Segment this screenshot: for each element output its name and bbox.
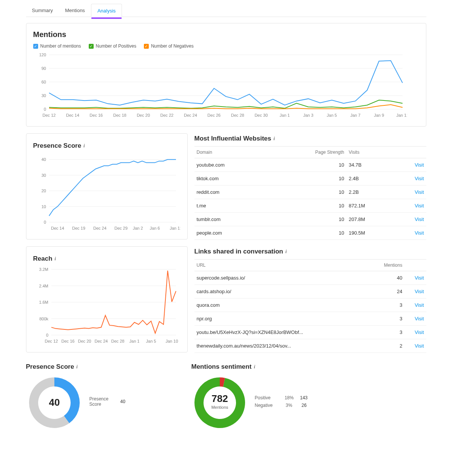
table-row: quora.com3Visit [194, 298, 426, 312]
visit-link[interactable]: Visit [415, 176, 424, 181]
sentiment-positive-row: Positive 18% 143 [255, 395, 308, 400]
svg-text:782: 782 [211, 393, 228, 404]
svg-text:Dec 29: Dec 29 [114, 226, 127, 230]
svg-text:3.2M: 3.2M [39, 267, 48, 272]
svg-text:60: 60 [41, 80, 46, 84]
info-icon[interactable]: i [254, 364, 255, 370]
svg-text:Dec 28: Dec 28 [111, 339, 124, 343]
presence-panel: Presence Score i 010203040Dec 14Dec 19De… [26, 133, 188, 240]
visit-link[interactable]: Visit [415, 162, 424, 168]
info-icon[interactable]: i [76, 364, 78, 370]
svg-text:Dec 26: Dec 26 [207, 113, 221, 117]
sentiment-donut-panel: Mentions sentiment i 782Mentions Positiv… [191, 362, 426, 431]
table-row: youtube.com1034.7BVisit [194, 158, 426, 172]
websites-panel: Most Influential Websites i Domain Page … [194, 133, 426, 240]
svg-text:10: 10 [41, 204, 46, 209]
svg-text:Dec 24: Dec 24 [184, 113, 197, 117]
visit-link[interactable]: Visit [415, 302, 424, 308]
svg-text:Dec 14: Dec 14 [66, 113, 79, 117]
col-mentions: Mentions [369, 260, 404, 271]
col-ps: Page Strength [269, 147, 346, 158]
websites-table: Domain Page Strength Visits youtube.com1… [194, 146, 426, 240]
visit-link[interactable]: Visit [415, 275, 424, 281]
svg-text:Jan 5: Jan 5 [146, 339, 156, 343]
mentions-chart: 0306090120Dec 12Dec 14Dec 16Dec 18Dec 20… [33, 52, 407, 120]
svg-text:Dec 19: Dec 19 [72, 226, 85, 230]
visit-link[interactable]: Visit [415, 189, 424, 195]
table-row: youtu.be/U5XeHvzX-JQ?si=XZN4E8JorBWObf..… [194, 326, 426, 339]
visit-link[interactable]: Visit [415, 216, 424, 222]
presence-donut-legend: Presence Score 40 [89, 396, 142, 407]
table-row: tumblr.com10207.8MVisit [194, 213, 426, 226]
table-row: supercode.sellpass.io/40Visit [194, 271, 426, 285]
sentiment-title: Mentions sentiment [191, 363, 252, 371]
svg-text:0: 0 [43, 107, 46, 111]
visit-link[interactable]: Visit [415, 203, 424, 209]
svg-text:800k: 800k [39, 317, 48, 321]
tab-summary[interactable]: Summary [26, 4, 59, 17]
reach-title: Reach [33, 255, 52, 263]
reach-chart: 0800k1.6M2.4M3.2MDec 12Dec 16Dec 20Dec 2… [33, 266, 180, 346]
websites-title: Most Influential Websites [194, 135, 272, 142]
col-domain: Domain [194, 147, 270, 158]
svg-text:Jan 11: Jan 11 [170, 226, 180, 230]
mentions-title: Mentions [33, 30, 419, 39]
mentions-legend: ✓ Number of mentions ✓ Number of Positiv… [33, 43, 419, 49]
presence-title: Presence Score [33, 142, 82, 150]
svg-text:30: 30 [41, 93, 46, 98]
svg-text:Dec 28: Dec 28 [231, 113, 244, 117]
presence-chart: 010203040Dec 14Dec 19Dec 24Dec 29Jan 2Ja… [33, 153, 180, 233]
legend-item-mentions[interactable]: ✓ Number of mentions [33, 43, 81, 49]
svg-text:Jan 5: Jan 5 [327, 113, 337, 117]
tab-analysis[interactable]: Analysis [91, 4, 122, 17]
info-icon[interactable]: i [273, 136, 275, 142]
svg-text:Jan 11: Jan 11 [396, 113, 407, 117]
col-visits: Visits [347, 147, 395, 158]
info-icon[interactable]: i [285, 249, 287, 255]
svg-text:0: 0 [46, 333, 48, 337]
svg-text:90: 90 [41, 66, 46, 71]
svg-text:1.6M: 1.6M [39, 300, 48, 304]
info-icon[interactable]: i [83, 143, 85, 149]
visit-link[interactable]: Visit [415, 329, 424, 335]
visit-link[interactable]: Visit [415, 343, 424, 349]
visit-link[interactable]: Visit [415, 289, 424, 294]
legend-item-negatives[interactable]: ✓ Number of Negatives [144, 43, 194, 49]
presence-donut-panel: Presence Score i 40 Presence Score 40 [26, 362, 185, 431]
table-row: npr.org3Visit [194, 312, 426, 326]
tabs: Summary Mentions Analysis [26, 4, 426, 17]
checkbox-icon: ✓ [144, 44, 149, 49]
table-row: cards.atshop.io/24Visit [194, 285, 426, 298]
svg-text:Dec 12: Dec 12 [45, 339, 58, 343]
visit-link[interactable]: Visit [415, 316, 424, 321]
svg-text:Dec 30: Dec 30 [255, 113, 268, 117]
svg-text:Jan 3: Jan 3 [303, 113, 313, 117]
mentions-panel: Mentions ✓ Number of mentions ✓ Number o… [26, 23, 426, 127]
svg-text:Jan 6: Jan 6 [150, 226, 160, 230]
table-row: thenewdaily.com.au/news/2023/12/04/sov..… [194, 339, 426, 353]
svg-text:Dec 16: Dec 16 [89, 113, 103, 117]
svg-text:0: 0 [43, 220, 46, 224]
presence-donut-title: Presence Score [26, 363, 74, 371]
svg-text:Jan 10: Jan 10 [165, 339, 178, 343]
svg-text:2.4M: 2.4M [39, 284, 48, 288]
info-icon[interactable]: i [55, 256, 56, 262]
table-row: people.com10190.5MVisit [194, 226, 426, 240]
svg-text:Dec 24: Dec 24 [93, 226, 106, 230]
svg-text:30: 30 [41, 173, 46, 178]
svg-text:Dec 22: Dec 22 [160, 113, 173, 117]
svg-text:Jan 1: Jan 1 [129, 339, 139, 343]
tab-mentions[interactable]: Mentions [59, 4, 91, 17]
svg-text:40: 40 [49, 397, 60, 408]
visit-link[interactable]: Visit [415, 230, 424, 236]
table-row: tiktok.com102.4BVisit [194, 172, 426, 185]
svg-text:Dec 12: Dec 12 [42, 113, 56, 117]
svg-text:20: 20 [41, 189, 46, 193]
links-title: Links shared in conversation [194, 248, 283, 255]
links-table: URL Mentions supercode.sellpass.io/40Vis… [194, 259, 426, 353]
legend-item-positives[interactable]: ✓ Number of Positives [89, 43, 136, 49]
svg-text:Mentions: Mentions [211, 405, 228, 410]
svg-text:Jan 2: Jan 2 [133, 226, 143, 230]
svg-text:Dec 20: Dec 20 [78, 339, 91, 343]
svg-text:Jan 1: Jan 1 [279, 113, 290, 117]
